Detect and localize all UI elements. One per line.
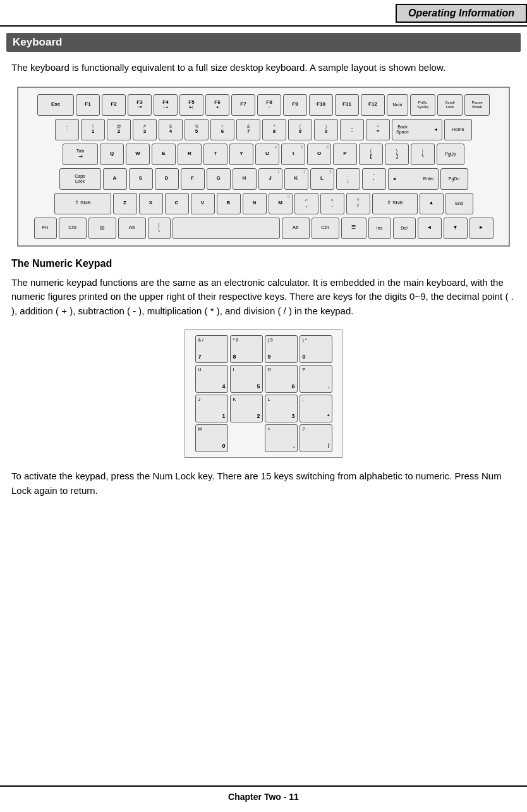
np-key-0top: ) * 0: [300, 335, 332, 363]
key-lbracket: {[: [359, 144, 383, 165]
key-win: ⊞: [88, 218, 116, 239]
key-f9: F9: [283, 94, 307, 116]
key-h: H: [233, 168, 257, 190]
key-d: D: [155, 168, 179, 190]
np-row-2: U 4 I 5 O 6 P .: [195, 365, 332, 393]
key-w: W: [126, 144, 150, 165]
key-j: J1: [258, 168, 282, 190]
np-key-l: L 3: [265, 395, 298, 422]
key-lctrl: Ctrl: [59, 218, 87, 239]
kb-row-1: Esc F1 F2 F3☆▼ F4☼▲ F5▶| F6◄| F7 F8☼ F9 …: [23, 94, 504, 116]
key-rbracket: }]: [385, 144, 409, 165]
key-comma: <,: [294, 193, 318, 214]
key-pause: PauseBreak: [464, 94, 490, 116]
key-f: F: [181, 168, 205, 190]
key-r: R: [178, 144, 202, 165]
key-lshift: ⇧ Shift: [54, 193, 111, 214]
key-quote: "': [362, 168, 386, 190]
header-title: Operating Information: [396, 4, 527, 23]
np-key-ques: ? /: [300, 424, 332, 452]
key-backslash2: |\: [148, 218, 171, 239]
key-0: )0: [314, 119, 338, 140]
np-row-1: & / 7 * 8 8 ( 9 9 ) * 0: [195, 335, 332, 363]
key-rctrl: Ctrl: [312, 218, 339, 239]
key-right: ►: [469, 218, 494, 239]
key-rshift: ⇧ Shift: [372, 193, 418, 214]
key-capslock: CapsLock: [59, 168, 101, 190]
np-key-gt: > .: [265, 424, 298, 452]
key-pgdn: PgDn: [440, 168, 468, 190]
key-backslash: |\: [411, 144, 435, 165]
np-key-m: M 0: [195, 424, 228, 452]
key-6: ^6: [210, 119, 234, 140]
key-f1: F1: [76, 94, 100, 116]
key-home: Home: [444, 119, 472, 140]
key-equals: +=: [366, 119, 390, 140]
key-numlock: Num: [387, 94, 408, 116]
footer-text: Chapter Two - 11: [228, 792, 299, 802]
key-f10: F10: [309, 94, 333, 116]
np-key-u: U 4: [195, 365, 228, 393]
key-f6: F6◄|: [205, 94, 229, 116]
np-key-7: & / 7: [195, 335, 228, 363]
np-key-p: P .: [300, 365, 332, 393]
key-f5: F5▶|: [179, 94, 203, 116]
key-1: !1: [81, 119, 105, 140]
key-f4: F4☼▲: [154, 94, 178, 116]
key-8: *8: [262, 119, 286, 140]
np-key-9: ( 9 9: [265, 335, 298, 363]
np-key-k: K 2: [230, 395, 263, 422]
kb-row-6: Fn Ctrl ⊞ Alt |\ Alt Ctrl ☰ Ins Del ◄ ▼ …: [23, 218, 504, 239]
key-down: ▼: [444, 218, 468, 239]
np-key-8: * 8 8: [230, 335, 263, 363]
keyboard-section-heading: Keyboard: [6, 33, 521, 52]
key-prtsc: PrtScSysRq: [410, 94, 435, 116]
key-4: $4: [159, 119, 183, 140]
key-q: Q: [100, 144, 124, 165]
key-g: G: [207, 168, 231, 190]
key-esc: Esc: [37, 94, 74, 116]
key-c: C: [165, 193, 189, 214]
key-ralt: Alt: [282, 218, 310, 239]
key-p: P.: [333, 144, 357, 165]
key-fn: Fn: [34, 218, 57, 239]
key-a: A: [103, 168, 127, 190]
key-9: (9: [288, 119, 312, 140]
numeric-text2: To activate the keypad, press the Num Lo…: [11, 469, 516, 498]
page-footer: Chapter Two - 11: [0, 785, 527, 802]
key-menu: ☰: [341, 218, 366, 239]
numpad-image: & / 7 * 8 8 ( 9 9 ) * 0 U 4 I 5 O 6 P: [185, 329, 342, 458]
key-f12: F12: [361, 94, 385, 116]
np-row-4: M 0 > . ? /: [195, 424, 332, 452]
key-f7: F7: [231, 94, 255, 116]
key-semicolon: :;: [336, 168, 360, 190]
key-e: E: [152, 144, 176, 165]
key-o: O6: [307, 144, 331, 165]
key-n: N: [243, 193, 267, 214]
key-5: %5: [185, 119, 209, 140]
page-header: Operating Information: [0, 0, 527, 27]
key-f2: F2: [102, 94, 126, 116]
key-f3: F3☆▼: [128, 94, 152, 116]
np-key-o: O 6: [265, 365, 298, 393]
key-del: Del: [393, 218, 416, 239]
kb-row-4: CapsLock A S D F G H J1 K2 L3 :; "' ◄Ent…: [23, 168, 504, 190]
key-7: &7: [236, 119, 260, 140]
np-empty1: [230, 424, 263, 452]
kb-row-5: ⇧ Shift Z X C V B N M0 <, >. ?/ ⇧ Shift …: [23, 193, 504, 214]
key-scroll: ScrollLock: [437, 94, 463, 116]
key-f11: F11: [335, 94, 359, 116]
np-key-colon: : *: [300, 395, 332, 422]
key-m: M0: [269, 193, 293, 214]
key-pgup: PgUp: [437, 144, 464, 165]
key-s: S: [129, 168, 153, 190]
key-z: Z: [113, 193, 137, 214]
key-ins: Ins: [368, 218, 391, 239]
key-space: [173, 218, 280, 239]
key-minus: _-: [340, 119, 364, 140]
key-t: T: [203, 144, 227, 165]
numeric-keypad-heading: The Numeric Keypad: [11, 258, 516, 269]
key-f8: F8☼: [257, 94, 281, 116]
key-slash: ?/: [346, 193, 370, 214]
np-key-i: I 5: [230, 365, 263, 393]
